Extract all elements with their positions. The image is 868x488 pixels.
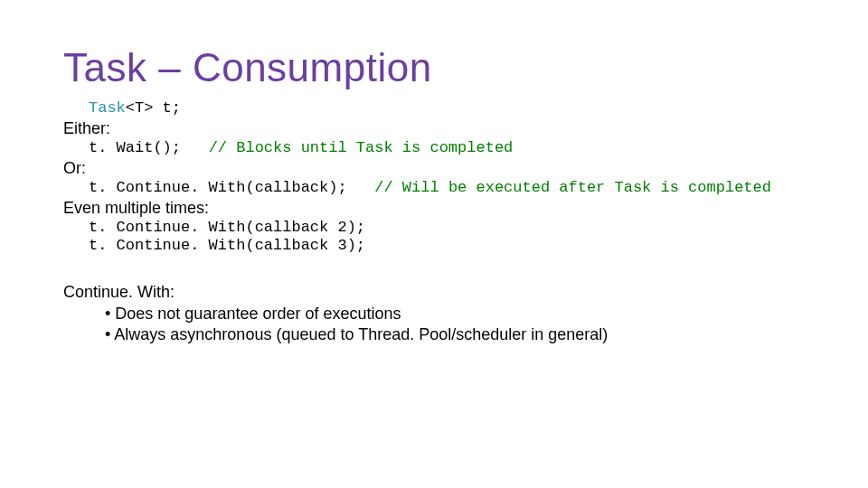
code-type: Task (89, 99, 126, 117)
slide: Task – Consumption Task<T> t; Either: t.… (0, 0, 868, 488)
code-cw1-comment: // Will be executed after Task is comple… (374, 179, 771, 196)
bullet-item-2: Always asynchronous (queued to Thread. P… (105, 324, 805, 345)
slide-title: Task – Consumption (63, 45, 805, 90)
code-wait: t. Wait(); // Blocks until Task is compl… (89, 139, 805, 157)
code-var: t; (153, 99, 181, 117)
slide-body: Task<T> t; Either: t. Wait(); // Blocks … (63, 99, 805, 344)
bullet-list: Does not guarantee order of executions A… (105, 304, 805, 344)
code-cw1-call: t. Continue. With(callback); (89, 179, 374, 196)
label-either: Either: (63, 119, 805, 139)
label-continuewith-heading: Continue. With: (63, 283, 805, 303)
code-continuewith-3: t. Continue. With(callback 3); (89, 237, 805, 255)
section-continuewith: Continue. With: Does not guarantee order… (63, 283, 805, 345)
code-continuewith-2: t. Continue. With(callback 2); (89, 219, 805, 237)
code-declaration: Task<T> t; (89, 99, 805, 117)
label-multiple: Even multiple times: (63, 199, 805, 219)
code-wait-comment: // Blocks until Task is completed (209, 139, 514, 156)
code-generic: <T> (126, 99, 154, 117)
code-continuewith-1: t. Continue. With(callback); // Will be … (89, 179, 805, 197)
bullet-item-1: Does not guarantee order of executions (105, 304, 805, 324)
code-wait-call: t. Wait(); (89, 139, 209, 156)
label-or: Or: (63, 159, 805, 179)
